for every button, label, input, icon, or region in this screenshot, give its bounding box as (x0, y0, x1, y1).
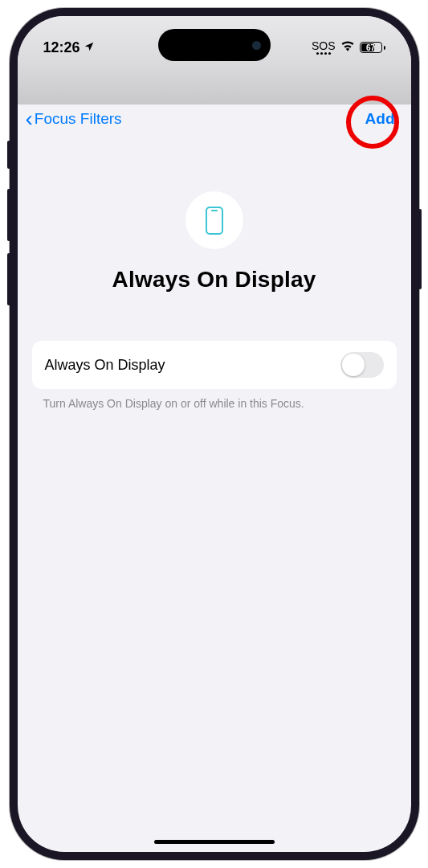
home-indicator[interactable] (154, 840, 275, 844)
always-on-display-toggle[interactable] (340, 352, 384, 378)
always-on-display-row: Always On Display (32, 341, 397, 389)
status-time-area: 12:26 (43, 39, 95, 56)
nav-bar: ‹ Focus Filters Add (18, 96, 411, 141)
page-title: Always On Display (34, 267, 395, 293)
back-label: Focus Filters (35, 110, 122, 128)
setting-label: Always On Display (45, 357, 165, 374)
setting-footer: Turn Always On Display on or off while i… (43, 397, 385, 410)
chevron-left-icon: ‹ (26, 106, 33, 132)
power-button (418, 209, 422, 289)
status-indicators: SOS 67 (312, 40, 385, 55)
content-area: Always On Display Always On Display Turn… (18, 104, 411, 410)
camera-dot (252, 41, 261, 50)
phone-icon (206, 207, 223, 235)
back-button[interactable]: ‹ Focus Filters (26, 106, 122, 132)
hero-icon-container (185, 191, 243, 249)
dynamic-island (158, 29, 271, 61)
silent-switch (7, 141, 10, 169)
sos-indicator: SOS (312, 40, 336, 55)
phone-frame: 12:26 SOS (10, 8, 419, 860)
toggle-knob (342, 354, 365, 376)
hero-section: Always On Display (18, 161, 411, 317)
add-button[interactable]: Add (361, 105, 400, 133)
battery-indicator: 67 (360, 42, 385, 53)
status-time: 12:26 (43, 39, 80, 56)
location-icon (84, 39, 95, 56)
screen: 12:26 SOS (18, 16, 411, 852)
settings-group: Always On Display (32, 341, 397, 389)
wifi-icon (340, 40, 355, 55)
volume-down (7, 253, 10, 305)
volume-up (7, 189, 10, 241)
